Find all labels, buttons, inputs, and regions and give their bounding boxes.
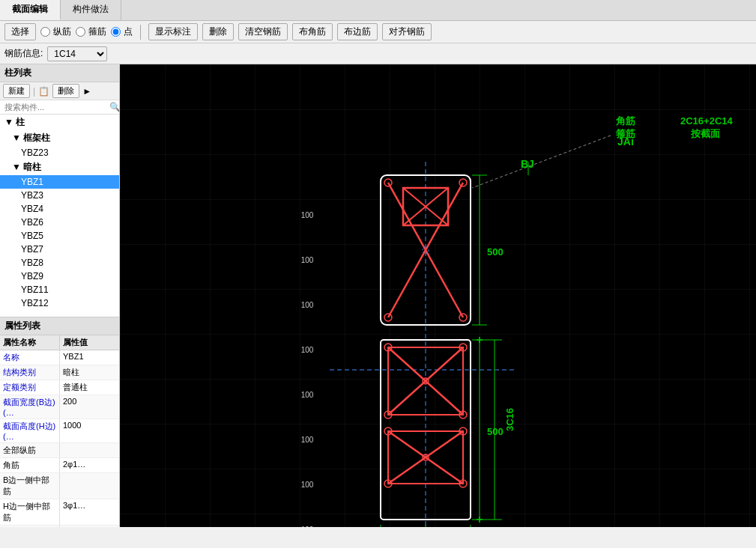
prop-name-6: 角筋 xyxy=(0,458,60,472)
svg-text:100: 100 xyxy=(301,436,314,444)
clear-rebar-button[interactable]: 清空钢筋 xyxy=(238,23,288,40)
svg-text:按截面: 按截面 xyxy=(690,128,721,139)
svg-text:BJ: BJ xyxy=(521,158,534,170)
corner-rebar-button[interactable]: 布角筋 xyxy=(292,23,333,40)
point-label[interactable]: 点 xyxy=(124,25,133,38)
column-list-section: 柱列表 新建 | 📋 删除 ► 🔍 ▼ 柱 ▼ 框架柱 YBZ23 ▼ 暗柱 Y… xyxy=(0,64,119,317)
prop-row-all-rebar: 全部纵筋 xyxy=(0,443,119,458)
tree-item-ybz11[interactable]: YBZ11 xyxy=(0,283,119,296)
tree-group-dark[interactable]: ▼ 暗柱 xyxy=(0,159,119,175)
svg-text:100: 100 xyxy=(301,211,314,219)
prop-value-6: 2φ1… xyxy=(60,458,119,472)
prop-row-height: 截面高度(H边)(… 1000 xyxy=(0,419,119,443)
prop-header: 属性名称 属性值 xyxy=(0,335,119,350)
properties-section: 属性列表 属性名称 属性值 名称 YBZ1 结构类别 暗柱 定额类别 普通柱 xyxy=(0,317,119,527)
prop-name-1: 结构类别 xyxy=(0,365,60,380)
svg-text:3C16: 3C16 xyxy=(504,408,515,431)
search-row: 🔍 xyxy=(0,100,119,115)
longitudinal-radio-group: 纵筋 xyxy=(40,25,71,38)
tree-group-col[interactable]: ▼ 柱 xyxy=(0,115,119,130)
prop-value-9: 按截… xyxy=(60,526,119,527)
main-layout: 柱列表 新建 | 📋 删除 ► 🔍 ▼ 柱 ▼ 框架柱 YBZ23 ▼ 暗柱 Y… xyxy=(0,64,756,527)
svg-text:100: 100 xyxy=(301,481,314,489)
svg-text:100: 100 xyxy=(301,391,314,399)
prop-value-1: 暗柱 xyxy=(60,365,119,380)
canvas-area[interactable]: 100 100 100 100 100 100 100 100 100 100 … xyxy=(120,64,756,527)
tree-item-ybz6[interactable]: YBZ6 xyxy=(0,216,119,229)
steel-info-row: 钢筋信息: 1C14 1C12 1C16 2C14 xyxy=(0,43,756,64)
tree-item-ybz12[interactable]: YBZ12 xyxy=(0,296,119,310)
tab-section-edit[interactable]: 截面编辑 xyxy=(0,0,61,20)
prop-row-width: 截面宽度(B边)(… 200 xyxy=(0,395,119,419)
left-panel: 柱列表 新建 | 📋 删除 ► 🔍 ▼ 柱 ▼ 框架柱 YBZ23 ▼ 暗柱 Y… xyxy=(0,64,120,527)
more-icon[interactable]: ► xyxy=(82,86,91,97)
svg-text:100: 100 xyxy=(301,256,314,264)
search-icon: 🔍 xyxy=(109,102,119,112)
point-radio[interactable] xyxy=(111,27,121,37)
prop-name-3: 截面宽度(B边)(… xyxy=(0,395,60,418)
canvas-svg: 100 100 100 100 100 100 100 100 100 100 … xyxy=(120,64,756,527)
prop-row-b-mid: B边一侧中部筋 xyxy=(0,473,119,499)
divider-1 xyxy=(140,25,141,40)
toolbar-separator: | xyxy=(33,86,35,97)
prop-value-0: YBZ1 xyxy=(60,350,119,365)
copy-icon: 📋 xyxy=(38,86,49,97)
svg-text:JAi: JAi xyxy=(617,136,634,147)
prop-row-stirrup: 箍筋 按截… xyxy=(0,526,119,527)
main-toolbar: 选择 纵筋 箍筋 点 显示标注 删除 清空钢筋 布角筋 布边筋 对齐钢筋 xyxy=(0,21,756,43)
prop-value-2: 普通柱 xyxy=(60,380,119,395)
prop-value-8: 3φ1… xyxy=(60,499,119,525)
prop-value-4: 1000 xyxy=(60,419,119,442)
svg-text:500: 500 xyxy=(487,426,504,437)
tab-bar: 截面编辑 构件做法 xyxy=(0,0,756,21)
align-rebar-button[interactable]: 对齐钢筋 xyxy=(382,23,432,40)
svg-text:100: 100 xyxy=(301,301,314,309)
prop-name-0: 名称 xyxy=(0,350,60,365)
tree-item-ybz8[interactable]: YBZ8 xyxy=(0,256,119,270)
prop-name-9: 箍筋 xyxy=(0,526,60,527)
longitudinal-label[interactable]: 纵筋 xyxy=(53,25,71,38)
svg-rect-0 xyxy=(120,64,756,527)
select-button[interactable]: 选择 xyxy=(4,23,36,40)
tree-area: ▼ 柱 ▼ 框架柱 YBZ23 ▼ 暗柱 YBZ1 YBZ3 YBZ4 YBZ6… xyxy=(0,115,119,317)
properties-title: 属性列表 xyxy=(0,317,119,335)
prop-name-5: 全部纵筋 xyxy=(0,443,60,457)
column-list-title: 柱列表 xyxy=(0,64,119,82)
prop-header-name: 属性名称 xyxy=(0,335,60,350)
steel-info-label: 钢筋信息: xyxy=(4,47,43,60)
tree-item-ybz23[interactable]: YBZ23 xyxy=(0,146,119,159)
longitudinal-radio[interactable] xyxy=(40,27,50,37)
tree-item-ybz3[interactable]: YBZ3 xyxy=(0,189,119,202)
show-mark-button[interactable]: 显示标注 xyxy=(148,23,198,40)
tab-component-method[interactable]: 构件做法 xyxy=(61,0,121,20)
svg-text:100: 100 xyxy=(301,526,314,527)
prop-row-name: 名称 YBZ1 xyxy=(0,350,119,365)
list-delete-button[interactable]: 删除 xyxy=(52,84,79,98)
tree-item-ybz7[interactable]: YBZ7 xyxy=(0,243,119,256)
point-radio-group: 点 xyxy=(111,25,133,38)
tree-group-frame[interactable]: ▼ 框架柱 xyxy=(0,130,119,146)
tree-item-ybz4[interactable]: YBZ4 xyxy=(0,202,119,216)
stirrup-radio[interactable] xyxy=(76,27,85,37)
prop-value-3: 200 xyxy=(60,395,119,418)
prop-header-value: 属性值 xyxy=(60,335,91,350)
tree-item-ybz9[interactable]: YBZ9 xyxy=(0,270,119,283)
prop-row-h-mid: H边一侧中部筋 3φ1… xyxy=(0,499,119,526)
prop-row-quota: 定额类别 普通柱 xyxy=(0,380,119,395)
prop-value-7 xyxy=(60,473,119,499)
prop-row-struct: 结构类别 暗柱 xyxy=(0,365,119,380)
tree-item-ybz1[interactable]: YBZ1 xyxy=(0,175,119,189)
prop-table: 名称 YBZ1 结构类别 暗柱 定额类别 普通柱 截面宽度(B边)(… 200 … xyxy=(0,350,119,527)
svg-text:500: 500 xyxy=(487,246,504,258)
tree-item-ybz5[interactable]: YBZ5 xyxy=(0,229,119,243)
stirrup-label[interactable]: 箍筋 xyxy=(88,25,106,38)
search-input[interactable] xyxy=(3,102,109,112)
svg-text:100: 100 xyxy=(301,346,314,354)
steel-info-select[interactable]: 1C14 1C12 1C16 2C14 xyxy=(47,46,107,61)
svg-text:角筋: 角筋 xyxy=(615,115,635,127)
new-button[interactable]: 新建 xyxy=(3,84,30,98)
side-rebar-button[interactable]: 布边筋 xyxy=(337,23,378,40)
prop-name-8: H边一侧中部筋 xyxy=(0,499,60,525)
list-toolbar: 新建 | 📋 删除 ► xyxy=(0,82,119,100)
delete-button[interactable]: 删除 xyxy=(202,23,234,40)
